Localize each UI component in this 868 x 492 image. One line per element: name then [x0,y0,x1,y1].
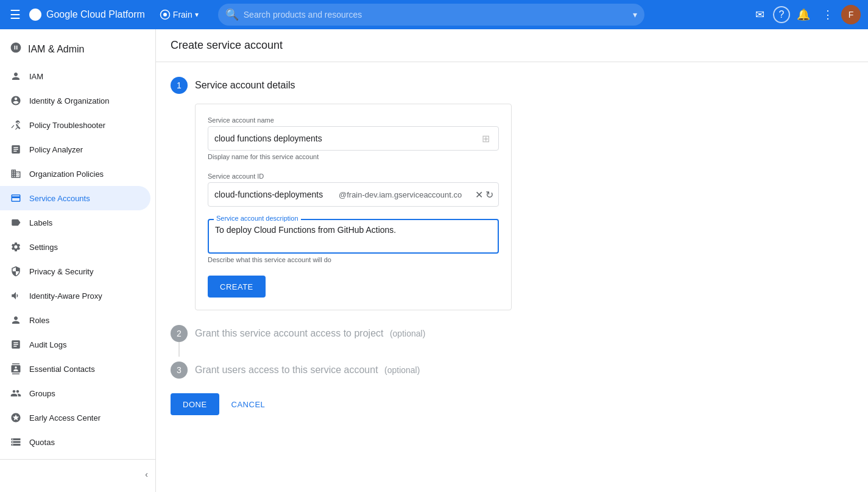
step3-circle: 3 [171,362,188,379]
sidebar-item-audit-logs[interactable]: Audit Logs [0,332,150,357]
done-button[interactable]: DONE [171,393,219,415]
sidebar-item-org-policies[interactable]: Organization Policies [0,162,150,186]
main-content: Create service account 1 Service account… [156,29,868,492]
sidebar-item-identity-org[interactable]: Identity & Organization [0,88,150,113]
policy-troubleshooter-icon [10,119,22,130]
step3-header: 3 Grant users access to this service acc… [171,362,853,379]
sidebar-item-quotas[interactable]: Quotas [0,430,150,454]
step2-circle: 2 [171,325,188,342]
nav-actions: ✉ ? 🔔 ⋮ F [749,4,861,26]
identity-aware-proxy-icon [10,290,22,301]
sidebar-item-label: Groups [29,389,55,398]
collapse-icon: ‹ [145,469,148,479]
layout: IAM & Admin IAM Identity & Organization … [0,29,868,492]
sidebar-collapse-button[interactable]: ‹ [0,465,155,484]
sidebar: IAM & Admin IAM Identity & Organization … [0,29,156,492]
menu-icon[interactable]: ☰ [7,5,23,24]
sidebar-item-privacy-security[interactable]: Privacy & Security [0,259,150,283]
step2-subtitle: (optional) [390,329,425,338]
sidebar-title: IAM & Admin [28,44,84,55]
service-account-desc-textarea[interactable] [215,225,492,247]
service-account-id-input[interactable] [208,190,336,199]
id-actions: ✕ ↻ [470,189,498,201]
essential-contacts-icon [10,363,22,374]
step3-subtitle: (optional) [384,365,420,375]
content-body: 1 Service account details Service accoun… [156,62,868,430]
policy-analyzer-icon [10,144,22,155]
app-logo: Google Cloud Platform [28,7,145,22]
project-dropdown-icon: ▾ [195,10,199,19]
service-account-name-field[interactable] [214,134,479,143]
search-bar: 🔍 ▾ [218,4,644,26]
name-input-box: ⊞ [208,126,499,151]
project-name: Frain [173,10,192,20]
create-button[interactable]: CREATE [208,276,266,298]
sidebar-item-label: Identity-Aware Proxy [29,291,102,301]
sidebar-item-label: Labels [29,218,52,227]
sidebar-item-label: Organization Policies [29,169,104,179]
sidebar-item-label: Identity & Organization [29,96,110,105]
id-clear-button[interactable]: ✕ [475,189,483,201]
svg-point-1 [163,13,167,16]
sidebar-item-service-accounts[interactable]: Service Accounts [0,186,150,210]
sidebar-item-label: Policy Troubleshooter [29,121,105,130]
identity-org-icon [10,95,22,106]
sidebar-item-early-access-center[interactable]: Early Access Center [0,405,150,430]
iam-admin-icon [10,41,22,57]
sidebar-item-label: Audit Logs [29,340,66,349]
privacy-security-icon [10,266,22,277]
avatar[interactable]: F [841,5,861,24]
step-connector-2 [178,342,180,357]
audit-logs-icon [10,339,22,350]
desc-field-full: Service account description Describe wha… [208,219,499,263]
name-field-full: Service account name ⊞ Display name for … [208,116,499,160]
sidebar-item-label: Settings [29,243,58,252]
sidebar-item-label: Policy Analyzer [29,145,83,154]
desc-textarea-wrapper: Service account description [208,219,499,254]
page-header: Create service account [156,29,868,62]
sidebar-item-policy-troubleshooter[interactable]: Policy Troubleshooter [0,113,150,137]
id-refresh-button[interactable]: ↻ [485,189,493,201]
cancel-button[interactable]: CANCEL [224,393,273,415]
sidebar-item-labels[interactable]: Labels [0,210,150,235]
sidebar-item-label: Roles [29,316,49,325]
step1-section: 1 Service account details Service accoun… [171,77,853,310]
iam-icon [10,71,22,82]
step3-title: Grant users access to this service accou… [195,365,420,376]
sidebar-item-label: IAM [29,72,43,81]
groups-icon [10,388,22,399]
more-icon[interactable]: ⋮ [817,4,839,26]
step3-section: 3 Grant users access to this service acc… [171,362,853,379]
step1-circle: 1 [171,77,188,94]
name-field-label: Service account name [208,116,499,124]
search-input[interactable] [244,10,628,20]
sidebar-item-essential-contacts[interactable]: Essential Contacts [0,357,150,381]
notifications-icon[interactable]: 🔔 [792,4,814,26]
name-field-hint: Display name for this service account [208,153,499,160]
step2-title: Grant this service account access to pro… [195,328,425,339]
step2-section: 2 Grant this service account access to p… [171,325,853,357]
labels-icon [10,217,22,228]
sidebar-item-roles[interactable]: Roles [0,308,150,332]
top-nav: ☰ Google Cloud Platform Frain ▾ 🔍 ▾ ✉ ? … [0,0,868,29]
id-field-label: Service account ID [208,173,499,180]
help-icon[interactable]: ? [773,6,790,23]
id-input-row: @frain-dev.iam.gserviceaccount.co ✕ ↻ [208,182,499,207]
support-icon[interactable]: ✉ [749,4,771,26]
desc-field-label: Service account description [214,215,301,222]
search-expand-icon[interactable]: ▾ [633,10,637,20]
sidebar-item-settings[interactable]: Settings [0,235,150,259]
sidebar-divider [0,459,155,460]
sidebar-item-groups[interactable]: Groups [0,381,150,405]
sidebar-item-iam[interactable]: IAM [0,64,150,88]
sidebar-header: IAM & Admin [0,34,155,64]
step2-header: 2 Grant this service account access to p… [171,325,853,342]
sidebar-item-label: Quotas [29,438,55,447]
project-selector[interactable]: Frain ▾ [155,7,203,23]
action-buttons: DONE CANCEL [171,393,853,415]
early-access-icon [10,412,22,423]
sidebar-item-label: Early Access Center [29,413,101,422]
sidebar-item-identity-aware-proxy[interactable]: Identity-Aware Proxy [0,283,150,308]
sidebar-item-policy-analyzer[interactable]: Policy Analyzer [0,137,150,162]
step1-header: 1 Service account details [171,77,853,94]
